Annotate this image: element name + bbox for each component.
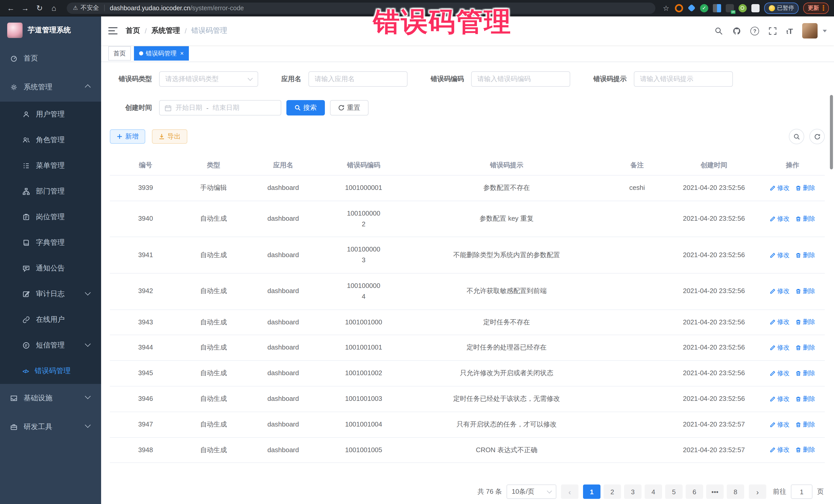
delete-button[interactable]: 删除: [795, 394, 815, 404]
errcode-type-select[interactable]: 请选择错误码类型: [159, 71, 258, 87]
sidebar-item-audit[interactable]: 审计日志: [0, 281, 101, 307]
export-button[interactable]: 导出: [152, 129, 187, 144]
home-icon[interactable]: ⌂: [48, 4, 60, 12]
delete-button[interactable]: 删除: [795, 369, 815, 378]
errcode-msg-input[interactable]: 请输入错误码提示: [634, 71, 733, 87]
edit-button[interactable]: 修改: [770, 445, 789, 455]
close-icon[interactable]: ×: [180, 50, 184, 57]
edit-button[interactable]: 修改: [770, 394, 789, 404]
sidebar-item-user[interactable]: 用户管理: [0, 102, 101, 127]
breadcrumb-home[interactable]: 首页: [126, 26, 140, 36]
menu-kebab-icon[interactable]: [823, 5, 824, 11]
next-page-button[interactable]: ›: [749, 485, 766, 499]
sidebar-item-online[interactable]: 在线用户: [0, 307, 101, 333]
extension-icon[interactable]: [713, 4, 721, 12]
caret-down-icon[interactable]: [823, 29, 827, 32]
table-row[interactable]: 3943 自动生成 dashboard 1001001000 定时任务不存在 2…: [110, 310, 825, 335]
errcode-code-input[interactable]: 请输入错误码编码: [471, 71, 570, 87]
delete-button[interactable]: 删除: [795, 343, 815, 353]
table-row[interactable]: 3945 自动生成 dashboard 1001001002 只允许修改为开启或…: [110, 361, 825, 387]
delete-button[interactable]: 删除: [795, 183, 815, 193]
scrollbar-thumb[interactable]: [830, 95, 833, 169]
edit-button[interactable]: 修改: [770, 317, 789, 327]
delete-button[interactable]: 删除: [795, 214, 815, 224]
sidebar-item-errcode[interactable]: </> 错误码管理: [0, 358, 101, 384]
edit-button[interactable]: 修改: [770, 369, 789, 378]
delete-button[interactable]: 删除: [795, 317, 815, 327]
page-button[interactable]: 2: [603, 485, 621, 499]
more-pages-button[interactable]: •••: [706, 485, 724, 499]
edit-button[interactable]: 修改: [770, 183, 789, 193]
delete-button[interactable]: 删除: [795, 286, 815, 296]
add-button[interactable]: 新增: [110, 129, 145, 144]
extensions-puzzle-icon[interactable]: [751, 4, 760, 12]
table-row[interactable]: 3944 自动生成 dashboard 1001001001 定时任务的处理器已…: [110, 335, 825, 361]
table-row[interactable]: 3942 自动生成 dashboard 100100000 4 不允许获取敏感配…: [110, 273, 825, 310]
page-button[interactable]: 3: [624, 485, 641, 499]
delete-button[interactable]: 删除: [795, 445, 815, 455]
sidebar-item-system[interactable]: 系统管理: [0, 73, 101, 102]
page-size-select[interactable]: 10条/页: [507, 485, 556, 499]
table-row[interactable]: 3940 自动生成 dashboard 100100000 2 参数配置 key…: [110, 201, 825, 237]
edit-button[interactable]: 修改: [770, 214, 789, 224]
app-logo-row[interactable]: 芋道管理系统: [0, 17, 101, 44]
sidebar-item-menu[interactable]: 菜单管理: [0, 153, 101, 179]
page-button[interactable]: 6: [686, 485, 703, 499]
fullscreen-icon[interactable]: [768, 26, 777, 35]
search-icon[interactable]: [715, 26, 723, 35]
app-name-input[interactable]: 请输入应用名: [308, 71, 408, 87]
avatar[interactable]: [802, 23, 817, 39]
breadcrumb-system[interactable]: 系统管理: [151, 26, 180, 36]
extension-icon[interactable]: [739, 4, 747, 12]
delete-button[interactable]: 删除: [795, 420, 815, 429]
edit-button[interactable]: 修改: [770, 286, 789, 296]
page-button[interactable]: 8: [727, 485, 744, 499]
forward-icon[interactable]: →: [20, 4, 31, 12]
table-row[interactable]: 3946 自动生成 dashboard 1001001003 定时任务已经处于该…: [110, 387, 825, 412]
page-button[interactable]: 1: [583, 485, 600, 499]
edit-button[interactable]: 修改: [770, 250, 789, 260]
edit-button[interactable]: 修改: [770, 343, 789, 353]
reload-icon[interactable]: ↻: [34, 4, 45, 12]
goto-page-input[interactable]: 1: [791, 485, 812, 499]
search-button[interactable]: 搜索: [286, 100, 325, 115]
extension-check-icon[interactable]: ✓: [700, 4, 708, 12]
extension-icon[interactable]: [687, 4, 696, 12]
github-icon[interactable]: [732, 26, 741, 35]
delete-button[interactable]: 删除: [795, 250, 815, 260]
address-bar[interactable]: ⚠ 不安全 dashboard.yudao.iocoder.cn /system…: [67, 2, 656, 14]
sidebar-item-dept[interactable]: 部门管理: [0, 179, 101, 204]
help-icon[interactable]: ?: [750, 26, 759, 35]
table-row[interactable]: 3941 自动生成 dashboard 100100000 3 不能删除类型为系…: [110, 237, 825, 273]
back-icon[interactable]: ←: [5, 4, 17, 12]
date-range-picker[interactable]: 开始日期 - 结束日期: [159, 100, 281, 115]
edit-button[interactable]: 修改: [770, 420, 789, 429]
font-size-icon[interactable]: tT: [786, 26, 793, 35]
sidebar-item-devtool[interactable]: 研发工具: [0, 413, 101, 441]
prev-page-button[interactable]: ‹: [561, 485, 578, 499]
sidebar-item-infra[interactable]: 基础设施: [0, 384, 101, 413]
paused-badge[interactable]: 已暂停: [764, 2, 798, 14]
sidebar-item-home[interactable]: 首页: [0, 44, 101, 73]
bookmark-star-icon[interactable]: ☆: [663, 4, 669, 12]
refresh-table-button[interactable]: [809, 129, 825, 144]
reset-button[interactable]: 重置: [330, 100, 369, 115]
table-row[interactable]: 3948 自动生成 dashboard 1001001005 CRON 表达式不…: [110, 438, 825, 463]
hamburger-icon[interactable]: [108, 27, 117, 35]
sidebar-item-sms[interactable]: 短信管理: [0, 333, 101, 358]
extension-on-icon[interactable]: [726, 4, 734, 12]
extension-icon[interactable]: [675, 4, 683, 12]
sidebar-item-role[interactable]: 角色管理: [0, 127, 101, 153]
tab-errcode[interactable]: 错误码管理 ×: [134, 46, 189, 61]
toggle-search-button[interactable]: [789, 129, 804, 144]
tab-home[interactable]: 首页: [108, 46, 131, 61]
sidebar-item-post[interactable]: 岗位管理: [0, 204, 101, 230]
sidebar-item-dict[interactable]: 字典管理: [0, 230, 101, 256]
sidebar-item-notice[interactable]: 通知公告: [0, 256, 101, 281]
table-row[interactable]: 3939 手动编辑 dashboard 1001000001 参数配置不存在 c…: [110, 176, 825, 201]
cell-id: 3946: [110, 387, 181, 412]
table-row[interactable]: 3947 自动生成 dashboard 1001001004 只有开启状态的任务…: [110, 412, 825, 438]
update-button[interactable]: 更新: [803, 2, 829, 14]
page-button[interactable]: 5: [665, 485, 683, 499]
page-button[interactable]: 4: [644, 485, 662, 499]
